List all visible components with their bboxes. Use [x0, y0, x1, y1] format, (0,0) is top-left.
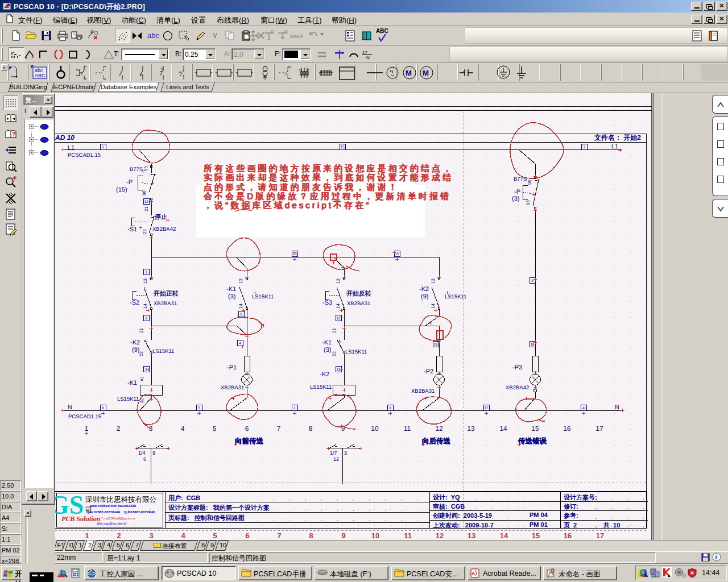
- svg-text:PCSCAD1.15: PCSCAD1.15: [68, 152, 101, 159]
- svg-text:abc: abc: [147, 31, 159, 40]
- svg-text:1/7: 1/7: [330, 450, 337, 456]
- svg-text:XB2BA31: XB2BA31: [154, 301, 177, 307]
- svg-text:2: 2: [117, 425, 121, 433]
- svg-text:1: 1: [583, 146, 585, 149]
- svg-text:L1: L1: [611, 143, 618, 150]
- svg-text:17: 17: [595, 425, 603, 433]
- svg-text:8: 8: [309, 425, 313, 433]
- svg-text:LS15K11: LS15K11: [152, 348, 174, 355]
- svg-text:-S3: -S3: [322, 300, 332, 306]
- svg-text:9: 9: [389, 406, 391, 410]
- svg-text:21: 21: [332, 328, 337, 333]
- svg-text:6: 6: [143, 456, 146, 462]
- svg-text:XB2BA42: XB2BA42: [506, 385, 529, 391]
- svg-text:12: 12: [333, 456, 339, 462]
- svg-text:LS15K11: LS15K11: [445, 294, 466, 300]
- svg-text:PCSCAD1.15: PCSCAD1.15: [68, 414, 101, 420]
- svg-text:3: 3: [344, 450, 347, 456]
- svg-text:1: 1: [145, 271, 147, 275]
- svg-text:-K1: -K1: [226, 286, 236, 293]
- svg-text:14: 14: [336, 304, 341, 309]
- svg-text:4: 4: [181, 425, 185, 433]
- svg-text:(9): (9): [421, 293, 428, 300]
- svg-text:13: 13: [336, 278, 341, 284]
- svg-text:V: V: [213, 32, 217, 40]
- svg-text:-K2: -K2: [320, 371, 329, 378]
- svg-text:ABC: ABC: [35, 73, 46, 78]
- svg-text:N: N: [615, 404, 619, 411]
- svg-text:4: 4: [582, 406, 585, 410]
- svg-text:XB2BA31: XB2BA31: [411, 388, 435, 394]
- svg-text:A: A: [471, 571, 475, 576]
- svg-text:6: 6: [240, 313, 242, 317]
- svg-text:14: 14: [238, 304, 243, 309]
- svg-text:-K2: -K2: [419, 286, 429, 293]
- svg-text:5: 5: [198, 406, 200, 410]
- svg-text:6: 6: [245, 425, 249, 433]
- svg-text:LS15K11: LS15K11: [117, 396, 139, 402]
- svg-text:95: 95: [143, 166, 148, 171]
- svg-text:22: 22: [142, 229, 147, 234]
- svg-text:13: 13: [143, 278, 148, 284]
- svg-text:1: 1: [85, 425, 89, 433]
- svg-text:96: 96: [142, 190, 147, 196]
- svg-text:96: 96: [526, 200, 531, 205]
- svg-text:(3): (3): [324, 347, 331, 354]
- svg-text:AD 10: AD 10: [55, 134, 75, 142]
- svg-text:15: 15: [395, 252, 399, 256]
- svg-text:12: 12: [144, 200, 148, 204]
- svg-text:LS15K11: LS15K11: [345, 349, 367, 355]
- svg-text:A1: A1: [139, 376, 144, 381]
- svg-text:12: 12: [336, 317, 341, 321]
- svg-text:16: 16: [563, 425, 571, 433]
- svg-text:16: 16: [433, 343, 438, 347]
- svg-text:6: 6: [102, 406, 104, 410]
- svg-text:停止: 停止: [155, 213, 167, 221]
- svg-text:4: 4: [239, 342, 241, 346]
- svg-text:-K1: -K1: [127, 380, 137, 386]
- svg-text:LS15K11: LS15K11: [310, 384, 332, 390]
- svg-text:7: 7: [277, 425, 281, 433]
- svg-text:1/4: 1/4: [138, 450, 146, 456]
- svg-text:14: 14: [431, 304, 436, 309]
- svg-text:15: 15: [531, 425, 539, 433]
- svg-text:-S1: -S1: [127, 226, 137, 233]
- svg-text:M: M: [423, 69, 429, 77]
- svg-text:文件名： 开始2: 文件名： 开始2: [594, 134, 641, 142]
- svg-text:-P3: -P3: [512, 364, 522, 371]
- svg-text:14: 14: [143, 304, 148, 309]
- svg-text:-P: -P: [126, 179, 133, 186]
- svg-text:传送错误: 传送错误: [518, 437, 547, 445]
- svg-text:10: 10: [371, 425, 379, 433]
- svg-text:XB2BA31: XB2BA31: [221, 385, 244, 391]
- svg-text:L1: L1: [68, 144, 75, 151]
- svg-text:-K2: -K2: [130, 339, 140, 346]
- svg-text:-P1: -P1: [227, 364, 237, 371]
- svg-text:9: 9: [152, 450, 155, 456]
- svg-text:-P: -P: [514, 189, 520, 196]
- svg-text:XB2BA31: XB2BA31: [347, 301, 370, 307]
- svg-text:-K1: -K1: [322, 339, 332, 346]
- svg-text:17: 17: [484, 406, 489, 410]
- svg-text:XB2BA42: XB2BA42: [152, 226, 176, 232]
- svg-text:22: 22: [139, 351, 144, 356]
- svg-text:13: 13: [431, 278, 436, 284]
- svg-text:N: N: [68, 404, 72, 411]
- svg-text:1: 1: [293, 406, 296, 410]
- svg-text:21: 21: [139, 328, 144, 333]
- svg-text:B77S: B77S: [130, 167, 143, 173]
- svg-text:ABC: ABC: [376, 28, 388, 34]
- svg-text:开始正转: 开始正转: [154, 290, 179, 297]
- svg-text:14: 14: [499, 425, 507, 433]
- svg-text:N: N: [366, 55, 370, 60]
- svg-text:(15): (15): [116, 186, 127, 193]
- svg-text:12: 12: [435, 425, 443, 433]
- svg-text:13: 13: [467, 425, 475, 433]
- svg-text:21: 21: [144, 206, 149, 211]
- svg-text:1: 1: [102, 146, 104, 149]
- svg-text:M: M: [406, 69, 412, 77]
- svg-text:-S2: -S2: [130, 300, 139, 306]
- svg-text:DATA: DATA: [290, 34, 303, 39]
- svg-text:22: 22: [332, 351, 337, 356]
- svg-text:95: 95: [527, 180, 532, 185]
